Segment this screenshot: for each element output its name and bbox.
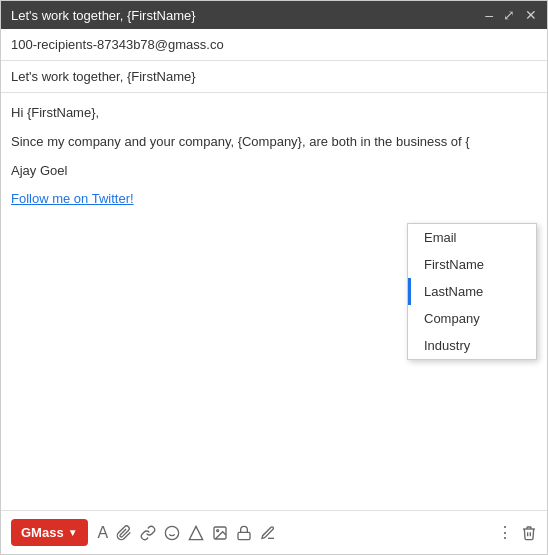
compose-window: Let's work together, {FirstName} – ⤢ ✕ 1… — [0, 0, 548, 555]
gmass-button[interactable]: GMass ▼ — [11, 519, 88, 546]
gmass-dropdown-arrow: ▼ — [68, 527, 78, 538]
svg-rect-6 — [238, 532, 250, 539]
window-controls: – ⤢ ✕ — [485, 7, 537, 23]
to-value[interactable]: 100-recipients-87343b78@gmass.co — [11, 37, 224, 52]
image-icon[interactable] — [212, 525, 228, 541]
attachment-icon[interactable] — [116, 525, 132, 541]
dropdown-item-firstname[interactable]: FirstName — [408, 251, 536, 278]
to-row: 100-recipients-87343b78@gmass.co — [1, 29, 547, 61]
lock-icon[interactable] — [236, 525, 252, 541]
link-icon[interactable] — [140, 525, 156, 541]
window-title: Let's work together, {FirstName} — [11, 8, 196, 23]
dropdown-item-industry[interactable]: Industry — [408, 332, 536, 359]
svg-marker-3 — [190, 526, 203, 539]
signature-name: Ajay Goel — [11, 161, 537, 182]
edit-icon[interactable] — [260, 525, 276, 541]
more-options-icon[interactable]: ⋮ — [497, 523, 513, 542]
svg-point-5 — [217, 529, 219, 531]
body-line2: Since my company and your company, {Comp… — [11, 132, 537, 153]
emoji-icon[interactable] — [164, 525, 180, 541]
twitter-link[interactable]: Follow me on Twitter! — [11, 191, 134, 206]
dropdown-item-lastname[interactable]: LastName — [408, 278, 536, 305]
body-area[interactable]: Hi {FirstName}, Since my company and you… — [1, 93, 547, 510]
gmass-label: GMass — [21, 525, 64, 540]
trash-icon[interactable] — [521, 525, 537, 541]
toolbar-icons: A — [98, 524, 493, 542]
toolbar-right: ⋮ — [497, 523, 537, 542]
body-text: Hi {FirstName}, Since my company and you… — [11, 103, 537, 210]
dropdown-item-company[interactable]: Company — [408, 305, 536, 332]
title-bar: Let's work together, {FirstName} – ⤢ ✕ — [1, 1, 547, 29]
svg-point-0 — [166, 526, 179, 539]
minimize-icon[interactable]: – — [485, 7, 493, 23]
subject-value[interactable]: Let's work together, {FirstName} — [11, 69, 196, 84]
close-icon[interactable]: ✕ — [525, 7, 537, 23]
dropdown-item-email[interactable]: Email — [408, 224, 536, 251]
greeting-line: Hi {FirstName}, — [11, 103, 537, 124]
variable-dropdown: EmailFirstNameLastNameCompanyIndustry — [407, 223, 537, 360]
drive-icon[interactable] — [188, 525, 204, 541]
font-icon[interactable]: A — [98, 524, 109, 542]
expand-icon[interactable]: ⤢ — [503, 7, 515, 23]
subject-row: Let's work together, {FirstName} — [1, 61, 547, 93]
toolbar: GMass ▼ A — [1, 510, 547, 554]
